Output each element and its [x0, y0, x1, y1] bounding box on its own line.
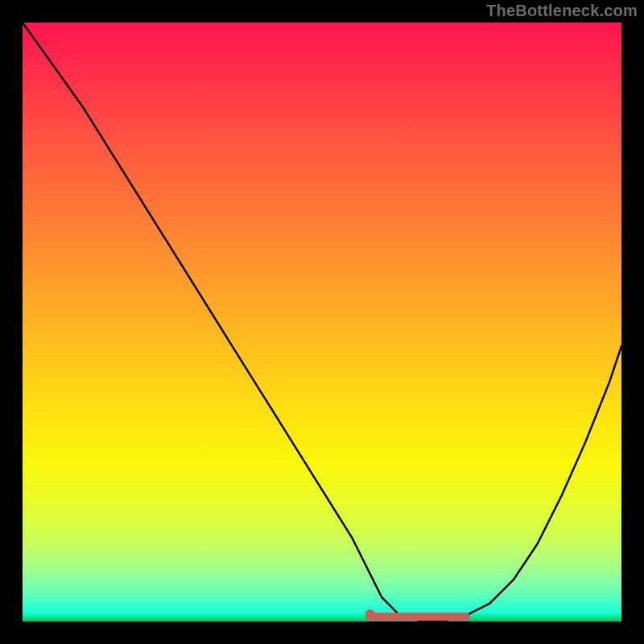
optimal-point-marker: [365, 609, 375, 619]
chart-container: TheBottleneck.com: [0, 0, 644, 644]
bottleneck-curve: [23, 23, 621, 621]
plot-area: [23, 23, 621, 621]
chart-svg: [23, 23, 621, 621]
watermark-text: TheBottleneck.com: [486, 2, 638, 20]
